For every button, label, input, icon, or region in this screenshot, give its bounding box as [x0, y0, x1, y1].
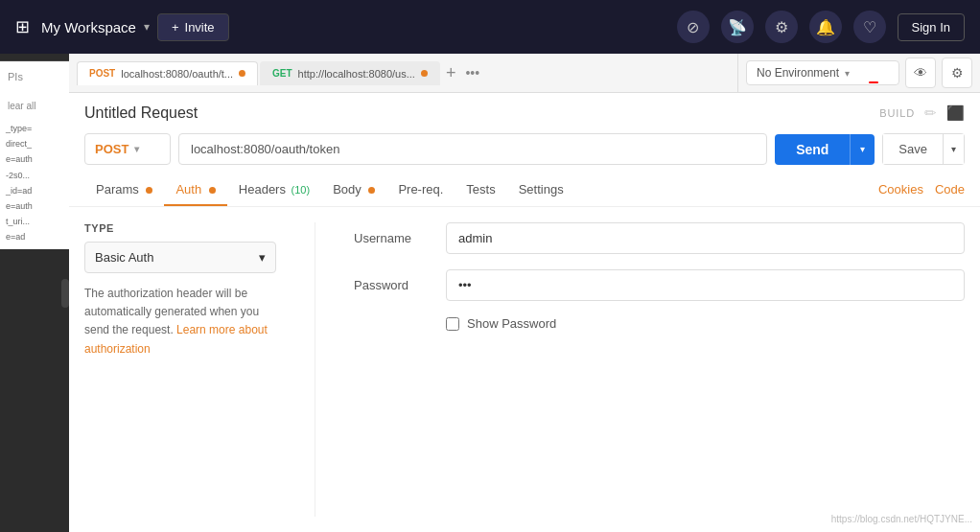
request-title-row: Untitled Request BUILD ✏ ⬛ [84, 104, 965, 122]
tab-post-oauth[interactable]: POST localhost:8080/oauth/t... [77, 61, 258, 85]
request-section: Untitled Request BUILD ✏ ⬛ POST ▾ Send ▾ [69, 93, 980, 165]
sidebar-clear-label[interactable]: lear all [8, 101, 35, 111]
auth-type-select[interactable]: Basic Auth ▾ [84, 242, 276, 273]
invite-button[interactable]: + Invite [157, 13, 229, 41]
username-label: Username [354, 231, 431, 245]
sidebar-item: _type= [6, 121, 63, 136]
auth-type-label: TYPE [84, 222, 276, 234]
tab-body[interactable]: Body [321, 173, 386, 206]
send-button[interactable]: Send [775, 134, 850, 165]
tab-url-1: localhost:8080/oauth/t... [121, 68, 233, 80]
send-dropdown-button[interactable]: ▾ [850, 134, 875, 165]
grid-icon: ⊞ [15, 16, 30, 37]
sidebar-item: _id=ad [6, 183, 63, 198]
add-tab-button[interactable]: + [442, 64, 460, 81]
navbar-left: ⊞ My Workspace ▾ + Invite [15, 13, 665, 41]
env-settings-button[interactable]: ⚙ [942, 58, 972, 88]
sidebar-items: _type= direct_ e=auth -2s0... _id=ad e=a… [0, 117, 69, 249]
request-title: Untitled Request [84, 104, 198, 122]
tab-headers[interactable]: Headers (10) [227, 173, 321, 206]
tab-url-2: http://localhost:8080/us... [298, 68, 415, 80]
gear-icon-button[interactable]: ⚙ [765, 11, 798, 43]
tabs-nav: Params Auth Headers (10) Body Pre-req. [69, 173, 980, 207]
pencil-icon[interactable]: ✏ [924, 104, 937, 122]
tab-get-users[interactable]: GET http://localhost:8080/us... [260, 61, 440, 85]
env-error-indicator [869, 81, 878, 83]
build-label: BUILD [879, 107, 915, 119]
sidebar-item: t_uri... [6, 214, 63, 229]
method-chevron-icon: ▾ [134, 144, 139, 154]
tab-method-post: POST [89, 68, 115, 79]
tab-auth[interactable]: Auth [164, 173, 226, 206]
tabs-nav-right: Cookies Code [878, 182, 965, 197]
tab-dot-2 [421, 70, 428, 77]
auth-divider [315, 222, 315, 517]
method-label: POST [95, 142, 128, 156]
params-dot [146, 187, 152, 194]
sidebar-item: -2s0... [6, 168, 63, 183]
sidebar-pls-label: PIs [8, 71, 23, 82]
sidebar-item: e=auth [6, 151, 63, 167]
tab-tests[interactable]: Tests [455, 173, 506, 206]
auth-panel: TYPE Basic Auth ▾ The authorization head… [69, 207, 980, 532]
tab-params[interactable]: Params [84, 173, 164, 206]
env-label: No Environment [757, 66, 839, 80]
show-password-label[interactable]: Show Password [467, 316, 556, 331]
content-area: POST localhost:8080/oauth/t... GET http:… [69, 54, 980, 532]
auth-dot [209, 187, 216, 194]
username-row: Username [354, 222, 965, 254]
workspace-name: My Workspace [41, 19, 136, 35]
workspace-chevron-icon[interactable]: ▾ [144, 20, 150, 34]
username-input[interactable] [446, 222, 965, 254]
save-template-icon[interactable]: ⬛ [946, 104, 965, 122]
url-row: POST ▾ Send ▾ Save ▾ [84, 133, 965, 165]
auth-right: Username Password Show Password [335, 222, 965, 517]
env-eye-button[interactable]: 👁 [905, 58, 936, 88]
sidebar-item: e=ad [6, 229, 63, 244]
code-link[interactable]: Code [935, 182, 965, 197]
navbar-right: ⊘ 📡 ⚙ 🔔 ♡ Sign In [677, 11, 965, 43]
env-chevron-icon: ▾ [845, 68, 850, 79]
no-internet-icon-button[interactable]: ⊘ [677, 11, 710, 43]
method-select[interactable]: POST ▾ [84, 133, 171, 165]
url-input[interactable] [178, 133, 767, 165]
save-button-group: Save ▾ [882, 133, 965, 165]
bell-icon-button[interactable]: 🔔 [809, 11, 842, 43]
sidebar: PIs lear all _type= direct_ e=auth -2s0.… [0, 54, 69, 532]
auth-left: TYPE Basic Auth ▾ The authorization head… [84, 222, 295, 517]
show-password-row: Show Password [446, 316, 965, 331]
navbar: ⊞ My Workspace ▾ + Invite ⊘ 📡 ⚙ 🔔 ♡ Sign… [0, 0, 980, 54]
more-tabs-button[interactable]: ••• [461, 65, 483, 81]
satellite-icon-button[interactable]: 📡 [721, 11, 754, 43]
save-dropdown-button[interactable]: ▾ [943, 133, 965, 165]
tabs-nav-left: Params Auth Headers (10) Body Pre-req. [84, 173, 575, 206]
save-button[interactable]: Save [882, 133, 943, 165]
tab-dot-1 [239, 70, 245, 77]
auth-type-chevron-icon: ▾ [259, 250, 266, 265]
plus-icon: + [172, 20, 179, 35]
cookies-link[interactable]: Cookies [878, 182, 923, 197]
tab-method-get: GET [272, 68, 292, 79]
send-button-group: Send ▾ [775, 134, 875, 165]
build-actions: BUILD ✏ ⬛ [879, 104, 965, 122]
env-bar: No Environment ▾ 👁 ⚙ [737, 54, 980, 92]
tab-bar: POST localhost:8080/oauth/t... GET http:… [69, 54, 737, 92]
sign-in-button[interactable]: Sign In [898, 13, 965, 41]
sidebar-resize-handle[interactable] [61, 279, 69, 308]
tab-settings[interactable]: Settings [507, 173, 575, 206]
tab-prereq[interactable]: Pre-req. [386, 173, 455, 206]
show-password-checkbox[interactable] [446, 317, 459, 331]
main-container: PIs lear all _type= direct_ e=auth -2s0.… [0, 54, 980, 532]
auth-description: The authorization header will be automat… [84, 285, 276, 359]
password-input[interactable] [446, 269, 965, 301]
heart-icon-button[interactable]: ♡ [853, 11, 886, 43]
sidebar-item: direct_ [6, 136, 63, 151]
body-dot [368, 187, 375, 194]
watermark: https://blog.csdn.net/HQTJYNE... [831, 514, 972, 524]
auth-type-value: Basic Auth [95, 250, 153, 265]
password-row: Password [354, 269, 965, 301]
sidebar-item: e=auth [6, 198, 63, 214]
password-label: Password [354, 278, 431, 292]
